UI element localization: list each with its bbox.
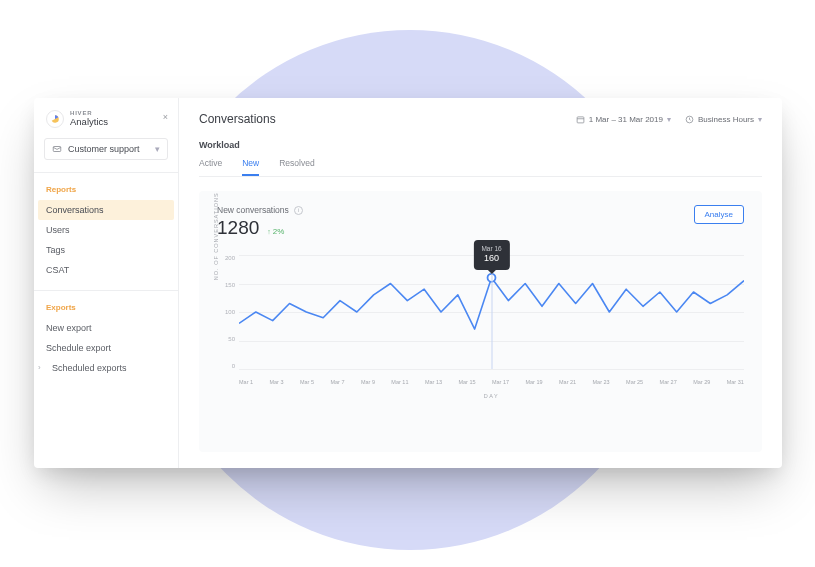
tab-active[interactable]: Active — [199, 158, 222, 176]
brand-big: Analytics — [70, 117, 108, 127]
calendar-icon — [576, 115, 585, 124]
section-title-exports: Exports — [34, 291, 178, 318]
chart-metric-block: New conversations i 1280 2% — [217, 205, 303, 239]
page-title: Conversations — [199, 112, 276, 126]
svg-rect-1 — [577, 116, 584, 122]
chart-header: New conversations i 1280 2% Analyse — [217, 205, 744, 239]
main-panel: Conversations 1 Mar – 31 Mar 2019 ▾ Busi — [179, 98, 782, 468]
chevron-down-icon: ▾ — [667, 115, 671, 124]
clock-icon — [685, 115, 694, 124]
sidebar-item-conversations[interactable]: Conversations — [38, 200, 174, 220]
metric-row: 1280 2% — [217, 217, 303, 239]
tab-resolved[interactable]: Resolved — [279, 158, 314, 176]
chart-title: New conversations — [217, 205, 289, 215]
page-header: Conversations 1 Mar – 31 Mar 2019 ▾ Busi — [199, 112, 762, 126]
header-filters: 1 Mar – 31 Mar 2019 ▾ Business Hours ▾ — [576, 115, 762, 124]
chevron-down-icon: ▾ — [758, 115, 762, 124]
chart-area: NO. OF CONVERSATIONS 200 150 100 50 0 Ma… — [217, 249, 744, 399]
chart-plot[interactable]: Mar 16160Mar 1Mar 3Mar 5Mar 7Mar 9Mar 11… — [239, 249, 744, 399]
section-subtitle: Workload — [199, 140, 762, 150]
date-range-label: 1 Mar – 31 Mar 2019 — [589, 115, 663, 124]
x-axis-ticks: Mar 1Mar 3Mar 5Mar 7Mar 9Mar 11Mar 13Mar… — [239, 379, 744, 385]
sidebar-item-scheduled-exports[interactable]: › Scheduled exports — [34, 358, 178, 378]
y-axis-ticks: 200 150 100 50 0 — [217, 249, 239, 399]
chevron-down-icon: ▾ — [155, 144, 160, 154]
section-title-reports: Reports — [34, 173, 178, 200]
chart-tooltip: Mar 16160 — [473, 240, 509, 270]
app-window: HIVER Analytics × Customer support ▾ Rep… — [34, 98, 782, 468]
analyse-button[interactable]: Analyse — [694, 205, 744, 224]
inbox-selector-label: Customer support — [68, 144, 140, 154]
sidebar-item-csat[interactable]: CSAT — [34, 260, 178, 280]
sidebar-item-new-export[interactable]: New export — [34, 318, 178, 338]
brand-logo — [46, 110, 64, 128]
metric-delta: 2% — [267, 227, 284, 236]
sidebar-header: HIVER Analytics × — [34, 110, 178, 138]
y-axis-label: NO. OF CONVERSATIONS — [213, 192, 219, 280]
inbox-selector[interactable]: Customer support ▾ — [44, 138, 168, 160]
workload-tabs: Active New Resolved — [199, 158, 762, 177]
close-icon[interactable]: × — [163, 112, 168, 122]
brand-text: HIVER Analytics — [70, 110, 108, 127]
date-range-picker[interactable]: 1 Mar – 31 Mar 2019 ▾ — [576, 115, 671, 124]
metric-value: 1280 — [217, 217, 259, 239]
hours-filter[interactable]: Business Hours ▾ — [685, 115, 762, 124]
x-axis-label: DAY — [239, 393, 744, 399]
sidebar: HIVER Analytics × Customer support ▾ Rep… — [34, 98, 179, 468]
pie-icon — [50, 114, 60, 124]
chevron-right-icon: › — [38, 363, 41, 372]
tab-new[interactable]: New — [242, 158, 259, 176]
chart-card: New conversations i 1280 2% Analyse NO. … — [199, 191, 762, 452]
tooltip-date: Mar 16 — [481, 245, 501, 253]
hours-filter-label: Business Hours — [698, 115, 754, 124]
sidebar-item-users[interactable]: Users — [34, 220, 178, 240]
grid-line — [239, 369, 744, 370]
inbox-icon — [52, 144, 62, 154]
chart-title-row: New conversations i — [217, 205, 303, 215]
tooltip-value: 160 — [481, 253, 501, 265]
sidebar-item-tags[interactable]: Tags — [34, 240, 178, 260]
sidebar-item-schedule-export[interactable]: Schedule export — [34, 338, 178, 358]
info-icon[interactable]: i — [294, 206, 303, 215]
